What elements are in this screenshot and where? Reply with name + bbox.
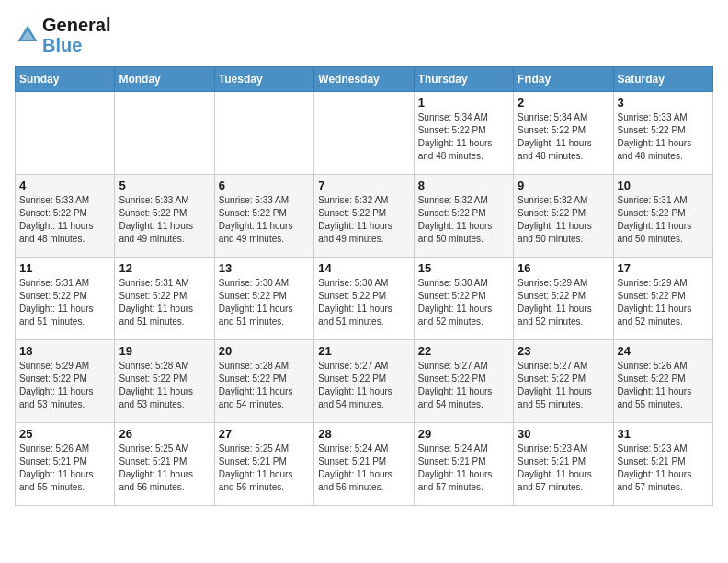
calendar-cell: 19Sunrise: 5:28 AM Sunset: 5:22 PM Dayli… — [115, 340, 214, 423]
day-info: Sunrise: 5:25 AM Sunset: 5:21 PM Dayligh… — [219, 442, 310, 494]
day-number: 27 — [219, 427, 310, 441]
calendar-cell: 22Sunrise: 5:27 AM Sunset: 5:22 PM Dayli… — [414, 340, 513, 423]
day-info: Sunrise: 5:23 AM Sunset: 5:21 PM Dayligh… — [518, 442, 609, 494]
day-info: Sunrise: 5:33 AM Sunset: 5:22 PM Dayligh… — [119, 194, 210, 246]
calendar-cell: 6Sunrise: 5:33 AM Sunset: 5:22 PM Daylig… — [214, 175, 313, 258]
calendar-day-header: Sunday — [16, 67, 115, 92]
day-number: 21 — [318, 344, 409, 358]
day-number: 12 — [119, 261, 210, 275]
day-info: Sunrise: 5:29 AM Sunset: 5:22 PM Dayligh… — [19, 360, 110, 411]
calendar-cell — [115, 92, 214, 175]
calendar-cell: 18Sunrise: 5:29 AM Sunset: 5:22 PM Dayli… — [16, 340, 115, 423]
day-info: Sunrise: 5:34 AM Sunset: 5:22 PM Dayligh… — [518, 111, 609, 163]
day-number: 20 — [219, 344, 310, 358]
calendar-cell: 21Sunrise: 5:27 AM Sunset: 5:22 PM Dayli… — [314, 340, 414, 423]
day-info: Sunrise: 5:31 AM Sunset: 5:22 PM Dayligh… — [618, 194, 709, 246]
day-info: Sunrise: 5:26 AM Sunset: 5:21 PM Dayligh… — [19, 442, 110, 494]
day-number: 28 — [318, 427, 409, 441]
day-number: 3 — [618, 96, 709, 109]
day-number: 6 — [219, 178, 310, 192]
day-info: Sunrise: 5:31 AM Sunset: 5:22 PM Dayligh… — [119, 277, 210, 328]
day-info: Sunrise: 5:30 AM Sunset: 5:22 PM Dayligh… — [418, 277, 509, 328]
day-number: 1 — [418, 96, 509, 109]
day-number: 10 — [618, 178, 709, 192]
day-number: 24 — [618, 344, 709, 358]
logo-name: General Blue — [42, 15, 110, 55]
calendar-cell: 20Sunrise: 5:28 AM Sunset: 5:22 PM Dayli… — [214, 340, 313, 423]
calendar-cell: 5Sunrise: 5:33 AM Sunset: 5:22 PM Daylig… — [115, 175, 214, 258]
calendar-cell — [214, 92, 313, 175]
logo-icon — [15, 22, 40, 48]
day-info: Sunrise: 5:27 AM Sunset: 5:22 PM Dayligh… — [518, 360, 609, 411]
day-info: Sunrise: 5:33 AM Sunset: 5:22 PM Dayligh… — [618, 111, 709, 163]
calendar-cell: 25Sunrise: 5:26 AM Sunset: 5:21 PM Dayli… — [16, 423, 115, 506]
calendar-day-header: Tuesday — [214, 67, 313, 92]
calendar-header-row: SundayMondayTuesdayWednesdayThursdayFrid… — [16, 67, 713, 92]
day-number: 30 — [518, 427, 609, 441]
day-info: Sunrise: 5:24 AM Sunset: 5:21 PM Dayligh… — [418, 442, 509, 494]
day-number: 13 — [219, 261, 310, 275]
calendar-cell: 3Sunrise: 5:33 AM Sunset: 5:22 PM Daylig… — [613, 92, 712, 175]
day-info: Sunrise: 5:33 AM Sunset: 5:22 PM Dayligh… — [19, 194, 110, 246]
day-number: 8 — [418, 178, 509, 192]
calendar-cell: 4Sunrise: 5:33 AM Sunset: 5:22 PM Daylig… — [16, 175, 115, 258]
calendar-cell: 13Sunrise: 5:30 AM Sunset: 5:22 PM Dayli… — [214, 258, 313, 340]
day-info: Sunrise: 5:28 AM Sunset: 5:22 PM Dayligh… — [119, 360, 210, 411]
day-number: 18 — [19, 344, 110, 358]
day-info: Sunrise: 5:33 AM Sunset: 5:22 PM Dayligh… — [219, 194, 310, 246]
calendar-cell: 31Sunrise: 5:23 AM Sunset: 5:21 PM Dayli… — [613, 423, 712, 506]
calendar-cell: 27Sunrise: 5:25 AM Sunset: 5:21 PM Dayli… — [214, 423, 313, 506]
calendar-cell: 9Sunrise: 5:32 AM Sunset: 5:22 PM Daylig… — [514, 175, 613, 258]
day-number: 11 — [19, 261, 110, 275]
day-info: Sunrise: 5:32 AM Sunset: 5:22 PM Dayligh… — [518, 194, 609, 246]
day-number: 2 — [518, 96, 609, 109]
day-info: Sunrise: 5:23 AM Sunset: 5:21 PM Dayligh… — [618, 442, 709, 494]
day-info: Sunrise: 5:27 AM Sunset: 5:22 PM Dayligh… — [418, 360, 509, 411]
calendar-week-row: 25Sunrise: 5:26 AM Sunset: 5:21 PM Dayli… — [16, 423, 713, 506]
day-number: 4 — [19, 178, 110, 192]
calendar-cell: 30Sunrise: 5:23 AM Sunset: 5:21 PM Dayli… — [514, 423, 613, 506]
calendar-cell: 8Sunrise: 5:32 AM Sunset: 5:22 PM Daylig… — [414, 175, 513, 258]
day-info: Sunrise: 5:32 AM Sunset: 5:22 PM Dayligh… — [418, 194, 509, 246]
calendar-cell: 11Sunrise: 5:31 AM Sunset: 5:22 PM Dayli… — [16, 258, 115, 340]
calendar-cell — [16, 92, 115, 175]
calendar-day-header: Friday — [514, 67, 613, 92]
calendar-week-row: 18Sunrise: 5:29 AM Sunset: 5:22 PM Dayli… — [16, 340, 713, 423]
calendar-table: SundayMondayTuesdayWednesdayThursdayFrid… — [15, 66, 713, 506]
calendar-cell: 2Sunrise: 5:34 AM Sunset: 5:22 PM Daylig… — [514, 92, 613, 175]
day-number: 15 — [418, 261, 509, 275]
day-number: 9 — [518, 178, 609, 192]
calendar-cell: 23Sunrise: 5:27 AM Sunset: 5:22 PM Dayli… — [514, 340, 613, 423]
calendar-day-header: Thursday — [414, 67, 513, 92]
day-number: 23 — [518, 344, 609, 358]
page-header: General Blue — [15, 15, 713, 55]
calendar-week-row: 11Sunrise: 5:31 AM Sunset: 5:22 PM Dayli… — [16, 258, 713, 340]
day-number: 16 — [518, 261, 609, 275]
day-info: Sunrise: 5:26 AM Sunset: 5:22 PM Dayligh… — [618, 360, 709, 411]
day-info: Sunrise: 5:27 AM Sunset: 5:22 PM Dayligh… — [318, 360, 409, 411]
calendar-week-row: 1Sunrise: 5:34 AM Sunset: 5:22 PM Daylig… — [16, 92, 713, 175]
calendar-cell: 14Sunrise: 5:30 AM Sunset: 5:22 PM Dayli… — [314, 258, 414, 340]
day-number: 19 — [119, 344, 210, 358]
day-info: Sunrise: 5:25 AM Sunset: 5:21 PM Dayligh… — [119, 442, 210, 494]
logo: General Blue — [15, 15, 110, 55]
day-number: 14 — [318, 261, 409, 275]
day-info: Sunrise: 5:30 AM Sunset: 5:22 PM Dayligh… — [219, 277, 310, 328]
day-info: Sunrise: 5:29 AM Sunset: 5:22 PM Dayligh… — [518, 277, 609, 328]
calendar-cell: 15Sunrise: 5:30 AM Sunset: 5:22 PM Dayli… — [414, 258, 513, 340]
day-number: 7 — [318, 178, 409, 192]
day-info: Sunrise: 5:29 AM Sunset: 5:22 PM Dayligh… — [618, 277, 709, 328]
calendar-day-header: Saturday — [613, 67, 712, 92]
calendar-cell: 12Sunrise: 5:31 AM Sunset: 5:22 PM Dayli… — [115, 258, 214, 340]
calendar-cell: 16Sunrise: 5:29 AM Sunset: 5:22 PM Dayli… — [514, 258, 613, 340]
calendar-week-row: 4Sunrise: 5:33 AM Sunset: 5:22 PM Daylig… — [16, 175, 713, 258]
day-info: Sunrise: 5:30 AM Sunset: 5:22 PM Dayligh… — [318, 277, 409, 328]
calendar-cell: 26Sunrise: 5:25 AM Sunset: 5:21 PM Dayli… — [115, 423, 214, 506]
calendar-cell: 28Sunrise: 5:24 AM Sunset: 5:21 PM Dayli… — [314, 423, 414, 506]
calendar-cell: 17Sunrise: 5:29 AM Sunset: 5:22 PM Dayli… — [613, 258, 712, 340]
day-number: 25 — [19, 427, 110, 441]
calendar-cell: 29Sunrise: 5:24 AM Sunset: 5:21 PM Dayli… — [414, 423, 513, 506]
calendar-cell: 10Sunrise: 5:31 AM Sunset: 5:22 PM Dayli… — [613, 175, 712, 258]
calendar-cell: 1Sunrise: 5:34 AM Sunset: 5:22 PM Daylig… — [414, 92, 513, 175]
day-info: Sunrise: 5:31 AM Sunset: 5:22 PM Dayligh… — [19, 277, 110, 328]
